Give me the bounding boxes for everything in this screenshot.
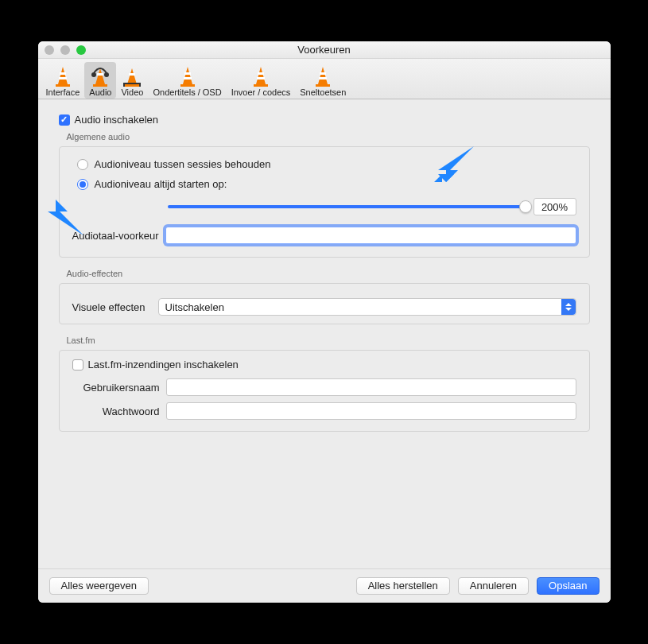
visual-effects-select[interactable]: Uitschakelen [158,298,576,316]
svg-rect-2 [59,77,67,80]
tab-input-codecs[interactable]: Invoer / codecs [227,62,296,99]
volume-value-field[interactable]: 200% [534,198,576,215]
svg-rect-12 [125,84,139,87]
svg-rect-10 [129,73,135,76]
tab-label: Invoer / codecs [231,87,291,97]
window-title: Voorkeuren [297,44,351,56]
zoom-icon[interactable] [76,45,86,55]
general-audio-group: Audioniveau tussen sessies behouden Audi… [59,146,590,258]
slider-thumb-icon[interactable] [519,200,532,213]
svg-marker-17 [256,67,266,84]
svg-point-6 [91,72,96,77]
audio-language-input[interactable] [165,227,576,244]
lastfm-title: Last.fm [67,336,593,345]
svg-rect-3 [56,84,70,87]
tab-label: Audio [89,87,111,97]
svg-point-7 [104,72,109,77]
tab-label: Interface [46,87,80,97]
radio-unselected-icon[interactable] [77,159,88,170]
svg-rect-8 [93,84,107,87]
audio-language-row: Audiotaal-voorkeur [72,227,576,244]
close-icon[interactable] [45,45,54,55]
visual-effects-label: Visuele effecten [72,301,152,313]
tab-label: Ondertitels / OSD [153,87,221,97]
svg-rect-16 [180,84,195,87]
checkbox-unchecked-icon[interactable] [72,359,83,370]
chevron-updown-icon [561,299,576,315]
tab-label: Sneltoetsen [300,87,346,97]
content-area: Audio inschakelen Algemene audio Audioni… [38,99,611,568]
tab-label: Video [121,87,143,97]
lastfm-username-row: Gebruikersnaam [72,378,576,396]
preferences-window: Voorkeuren Interface Audio Video Onderti… [38,41,611,603]
svg-rect-5 [97,73,103,76]
toolbar: Interface Audio Video Ondertitels / OSD … [38,59,611,99]
select-value: Uitschakelen [165,301,224,313]
cone-icon [250,65,272,87]
radio-selected-icon[interactable] [77,179,88,190]
radio-start-level[interactable]: Audioniveau altijd starten op: [77,178,576,190]
svg-rect-23 [319,77,327,80]
minimize-icon[interactable] [60,45,70,55]
tab-audio[interactable]: Audio [84,62,116,99]
svg-marker-0 [58,67,68,84]
general-audio-title: Algemene audio [67,132,593,142]
svg-rect-14 [184,72,191,75]
reset-button[interactable]: Alles herstellen [356,577,450,595]
lastfm-enable-label: Last.fm-inzendingen inschakelen [88,359,239,370]
button-bar: Alles weergeven Alles herstellen Annuler… [38,568,611,603]
lastfm-group: Last.fm-inzendingen inschakelen Gebruike… [59,350,590,432]
svg-rect-15 [184,77,192,80]
svg-marker-21 [318,67,328,84]
volume-slider[interactable] [168,205,526,208]
radio-label: Audioniveau altijd starten op: [95,178,227,190]
lastfm-password-row: Wachtwoord [72,402,576,420]
tab-interface[interactable]: Interface [41,62,85,99]
lastfm-enable-row[interactable]: Last.fm-inzendingen inschakelen [72,359,576,370]
enable-audio-row[interactable]: Audio inschakelen [59,114,593,126]
svg-marker-9 [127,68,137,84]
audio-effects-group: Visuele effecten Uitschakelen [59,283,590,324]
lastfm-username-input[interactable] [166,378,576,396]
radio-label: Audioniveau tussen sessies behouden [95,158,271,170]
lastfm-username-label: Gebruikersnaam [72,382,160,394]
traffic-lights [45,45,86,55]
svg-marker-4 [95,68,105,84]
volume-slider-row: 200% [72,198,576,215]
save-button[interactable]: Opslaan [537,577,599,595]
tab-subtitles[interactable]: Ondertitels / OSD [148,62,226,99]
lastfm-password-label: Wachtwoord [72,405,160,417]
tab-video[interactable]: Video [116,62,148,99]
visual-effects-row: Visuele effecten Uitschakelen [72,298,576,316]
svg-rect-20 [254,84,268,87]
svg-rect-19 [257,77,265,80]
cancel-button[interactable]: Annuleren [458,577,529,595]
cone-icon [52,65,74,87]
cone-film-icon [121,65,143,87]
cone-icon [177,65,199,87]
radio-keep-level[interactable]: Audioniveau tussen sessies behouden [77,158,576,170]
checkbox-checked-icon[interactable] [59,114,70,126]
lastfm-password-input[interactable] [166,402,576,420]
svg-rect-1 [60,72,66,75]
svg-rect-24 [316,84,330,87]
cone-icon [312,65,334,87]
cone-headphones-icon [89,65,111,87]
svg-marker-13 [183,67,192,84]
tab-hotkeys[interactable]: Sneltoetsen [295,62,351,99]
titlebar: Voorkeuren [38,41,611,59]
svg-rect-22 [320,72,326,75]
svg-rect-18 [258,72,264,75]
enable-audio-label: Audio inschakelen [75,114,159,126]
show-all-button[interactable]: Alles weergeven [49,577,149,595]
audio-language-label: Audiotaal-voorkeur [72,230,159,242]
audio-effects-title: Audio-effecten [67,269,593,278]
